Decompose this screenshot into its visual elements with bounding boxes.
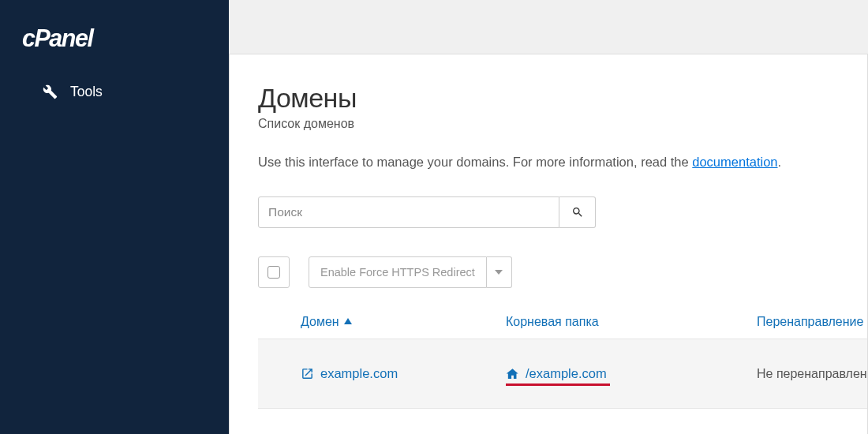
force-https-button-group: Enable Force HTTPS Redirect [309, 256, 512, 288]
domains-table: Домен Корневая папка Перенаправление exa… [258, 309, 867, 409]
sort-asc-icon [344, 318, 352, 326]
domain-link[interactable]: example.com [301, 366, 398, 381]
external-link-icon [301, 367, 314, 380]
description-text: Use this interface to manage your domain… [258, 155, 692, 169]
chevron-down-icon [495, 268, 503, 276]
highlight-underline [506, 383, 610, 386]
search-input[interactable] [258, 196, 559, 228]
home-icon [506, 367, 519, 380]
table-row: example.com /example.com Не перенаправле… [258, 339, 867, 409]
svg-text:cPanel: cPanel [22, 24, 94, 51]
root-cell: /example.com [506, 366, 757, 381]
main-content: Домены Список доменов Use this interface… [229, 0, 868, 434]
column-header-label: Домен [301, 315, 339, 329]
search-button[interactable] [559, 196, 596, 228]
search-bar [258, 196, 867, 228]
documentation-link[interactable]: documentation [692, 155, 777, 169]
column-header-domain[interactable]: Домен [301, 315, 506, 329]
description-suffix: . [778, 155, 782, 169]
domain-cell: example.com [301, 366, 506, 381]
column-header-root[interactable]: Корневая папка [506, 315, 757, 329]
column-header-redirect[interactable]: Перенаправление [757, 315, 867, 329]
cpanel-logo-icon: cPanel [22, 22, 137, 55]
sidebar-item-tools[interactable]: Tools [0, 73, 229, 111]
brand-logo: cPanel [0, 22, 229, 73]
column-header-label: Корневая папка [506, 315, 599, 329]
toolbar: Enable Force HTTPS Redirect [258, 256, 867, 288]
page-description: Use this interface to manage your domain… [258, 155, 867, 170]
domain-name: example.com [320, 366, 398, 381]
table-header: Домен Корневая папка Перенаправление [258, 309, 867, 339]
page-subtitle: Список доменов [258, 117, 867, 131]
redirect-status: Не перенаправлен [757, 367, 867, 381]
root-path: /example.com [526, 366, 607, 381]
root-link[interactable]: /example.com [506, 366, 607, 381]
search-icon [571, 206, 584, 219]
select-all-checkbox[interactable] [258, 256, 290, 288]
checkbox-icon [268, 266, 280, 279]
sidebar: cPanel Tools [0, 0, 229, 434]
content-panel: Домены Список доменов Use this interface… [229, 54, 868, 434]
redirect-cell: Не перенаправлен [757, 367, 867, 381]
force-https-button[interactable]: Enable Force HTTPS Redirect [309, 256, 487, 288]
sidebar-item-label: Tools [70, 84, 103, 100]
force-https-dropdown[interactable] [487, 256, 512, 288]
tools-icon [43, 84, 58, 99]
page-title: Домены [258, 83, 867, 114]
column-header-label: Перенаправление [757, 315, 863, 329]
